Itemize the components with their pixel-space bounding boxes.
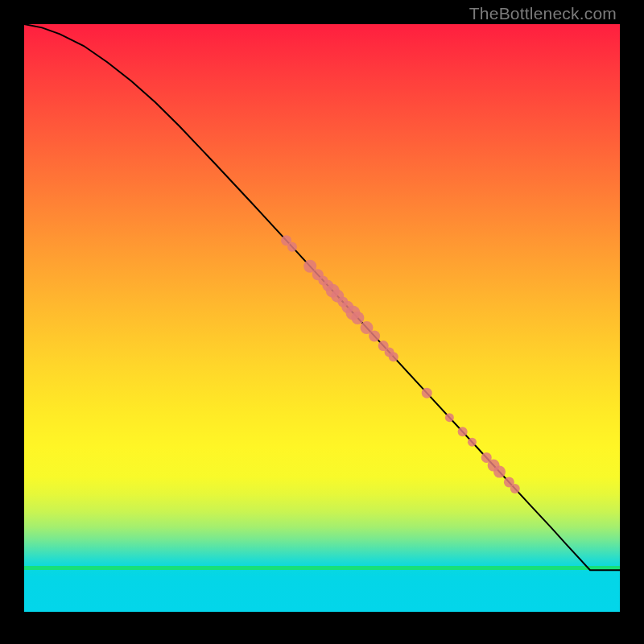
marker-point	[369, 330, 380, 341]
frame-right	[620, 0, 644, 644]
marker-point	[287, 242, 297, 252]
marker-point	[510, 484, 520, 493]
plot-area	[24, 24, 620, 612]
marker-point	[468, 438, 477, 447]
marker-point	[422, 388, 432, 398]
marker-point	[351, 312, 364, 324]
frame-bottom	[0, 612, 644, 644]
curve-overlay	[24, 24, 620, 612]
marker-point	[389, 352, 398, 361]
chart-stage: TheBottleneck.com	[0, 0, 644, 644]
watermark-text: TheBottleneck.com	[469, 4, 617, 23]
frame-left	[0, 0, 24, 644]
marker-point	[458, 427, 468, 436]
marker-point	[445, 413, 454, 422]
bottleneck-curve-path	[24, 24, 620, 570]
marker-point	[493, 466, 506, 478]
